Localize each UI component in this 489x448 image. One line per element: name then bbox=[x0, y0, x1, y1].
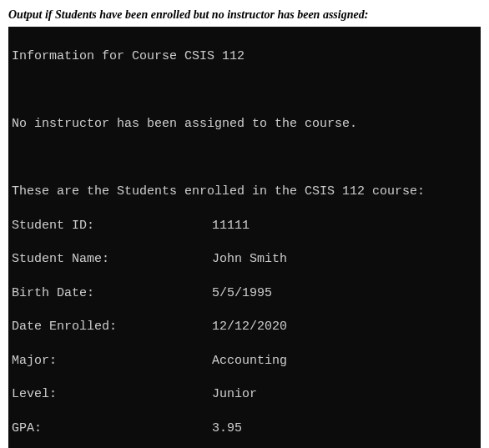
field-label: Birth Date: bbox=[12, 285, 212, 302]
field-label: Major: bbox=[12, 353, 212, 370]
field-label: GPA: bbox=[12, 420, 212, 437]
terminal-no-instructor: No instructor has been assigned to the c… bbox=[12, 116, 477, 133]
table-row: Birth Date:5/5/1995 bbox=[12, 285, 477, 302]
terminal-enrolled-header: These are the Students enrolled in the C… bbox=[12, 184, 477, 200]
field-value: 12/12/2020 bbox=[212, 319, 477, 335]
field-label: Student ID: bbox=[12, 218, 212, 234]
field-label: Date Enrolled: bbox=[12, 319, 212, 335]
field-value: 5/5/1995 bbox=[212, 285, 477, 302]
table-row: GPA:3.95 bbox=[12, 420, 477, 437]
table-row: Level:Junior bbox=[12, 386, 477, 403]
field-value: 3.95 bbox=[212, 420, 477, 437]
terminal-title: Information for Course CSIS 112 bbox=[12, 48, 477, 65]
table-row: Student ID:11111 bbox=[12, 218, 477, 234]
table-row: Date Enrolled:12/12/2020 bbox=[12, 319, 477, 335]
field-value: 11111 bbox=[212, 218, 477, 234]
caption-enrolled-no-instructor: Output if Students have been enrolled bu… bbox=[8, 8, 481, 22]
terminal-blank bbox=[12, 150, 477, 167]
field-value: Junior bbox=[212, 386, 477, 403]
field-label: Student Name: bbox=[12, 251, 212, 268]
terminal-blank bbox=[12, 83, 477, 99]
table-row: Student Name:John Smith bbox=[12, 251, 477, 268]
terminal-output-1: Information for Course CSIS 112 No instr… bbox=[8, 27, 481, 448]
table-row: Major:Accounting bbox=[12, 353, 477, 370]
field-value: Accounting bbox=[212, 353, 477, 370]
field-label: Level: bbox=[12, 386, 212, 403]
field-value: John Smith bbox=[212, 251, 477, 268]
